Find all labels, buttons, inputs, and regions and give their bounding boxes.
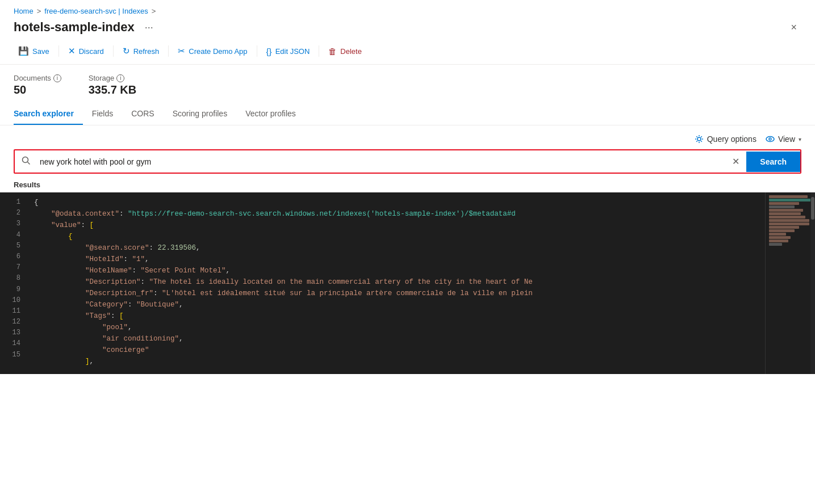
odata-context-link[interactable]: "https://free-demo-search-svc.search.win… xyxy=(128,210,516,218)
code-line-4: { xyxy=(27,231,765,242)
discard-icon: ✕ xyxy=(68,46,76,56)
search-icon xyxy=(22,156,31,165)
chevron-down-icon: ▾ xyxy=(799,136,801,142)
storage-label: Storage xyxy=(89,74,115,82)
code-line-3: "value": [ xyxy=(27,220,765,231)
line-num-4: 4 xyxy=(0,230,27,241)
view-label: View xyxy=(778,135,795,144)
refresh-button[interactable]: ↻ Refresh xyxy=(118,44,164,58)
discard-button[interactable]: ✕ Discard xyxy=(64,44,108,58)
line-num-1: 1 xyxy=(0,197,27,208)
documents-stat: Documents i 50 xyxy=(14,74,61,96)
delete-icon: 🗑 xyxy=(328,47,337,56)
search-bar: ✕ Search xyxy=(14,149,801,174)
search-clear-button[interactable]: ✕ xyxy=(725,152,746,171)
code-line-10: "Category": "Boutique", xyxy=(27,299,765,310)
view-icon xyxy=(766,135,775,144)
code-line-5: "@search.score": 22.319506, xyxy=(27,242,765,254)
toolbar-divider2 xyxy=(113,45,114,57)
tab-search-explorer[interactable]: Search explorer xyxy=(14,103,83,125)
search-section: Query options View ▾ ✕ Search xyxy=(0,125,815,174)
line-num-8: 8 xyxy=(0,273,27,284)
storage-stat: Storage i 335.7 KB xyxy=(89,74,137,96)
code-line-14: "concierge" xyxy=(27,345,765,356)
line-num-10: 10 xyxy=(0,295,27,306)
breadcrumb-service[interactable]: free-demo-search-svc | Indexes xyxy=(44,7,148,15)
close-button[interactable]: × xyxy=(786,20,801,35)
code-line-1: { xyxy=(27,197,765,208)
tab-fields[interactable]: Fields xyxy=(83,103,122,125)
toolbar-divider4 xyxy=(257,45,257,57)
code-line-12: "pool", xyxy=(27,322,765,333)
query-options-button[interactable]: Query options xyxy=(695,135,757,144)
minimap xyxy=(765,192,810,374)
search-button[interactable]: Search xyxy=(746,152,800,172)
code-line-7: "HotelName": "Secret Point Motel", xyxy=(27,265,765,276)
edit-json-button[interactable]: {} Edit JSON xyxy=(262,44,315,58)
tab-cors[interactable]: CORS xyxy=(122,103,163,125)
line-num-11: 11 xyxy=(0,306,27,317)
tabs: Search explorer Fields CORS Scoring prof… xyxy=(0,103,815,125)
tab-scoring-profiles[interactable]: Scoring profiles xyxy=(164,103,237,125)
page-title: hotels-sample-index xyxy=(14,20,135,35)
line-num-6: 6 xyxy=(0,251,27,262)
code-line-6: "HotelId": "1", xyxy=(27,254,765,265)
line-num-9: 9 xyxy=(0,284,27,295)
breadcrumb-sep2: > xyxy=(152,7,156,15)
breadcrumb-home[interactable]: Home xyxy=(14,7,34,15)
line-numbers: 1 2 3 4 5 6 7 8 9 10 11 12 13 14 15 xyxy=(0,192,27,374)
scrollbar[interactable] xyxy=(810,192,815,374)
breadcrumb-sep1: > xyxy=(37,7,41,15)
save-button[interactable]: 💾 Save xyxy=(14,44,54,58)
stats-row: Documents i 50 Storage i 335.7 KB xyxy=(0,65,815,101)
page-header: hotels-sample-index ··· × xyxy=(0,18,815,39)
results-area: 1 2 3 4 5 6 7 8 9 10 11 12 13 14 15 { "@… xyxy=(0,192,815,374)
line-num-14: 14 xyxy=(0,338,27,349)
tab-vector-profiles[interactable]: Vector profiles xyxy=(236,103,305,125)
line-num-15: 15 xyxy=(0,350,27,360)
demo-app-icon: ✂ xyxy=(178,46,185,56)
toolbar: 💾 Save ✕ Discard ↻ Refresh ✂ Create Demo… xyxy=(0,39,815,65)
code-line-8: "Description": "The hotel is ideally loc… xyxy=(27,276,765,288)
search-input[interactable] xyxy=(37,152,725,172)
scrollbar-thumb[interactable] xyxy=(811,197,814,220)
json-icon: {} xyxy=(266,47,272,56)
documents-label: Documents xyxy=(14,74,51,82)
svg-point-3 xyxy=(23,157,28,163)
breadcrumb: Home > free-demo-search-svc | Indexes > xyxy=(0,0,815,18)
code-line-11: "Tags": [ xyxy=(27,310,765,322)
query-options-label: Query options xyxy=(707,135,757,144)
toolbar-divider5 xyxy=(319,45,319,57)
storage-info-icon[interactable]: i xyxy=(116,74,124,82)
code-content[interactable]: { "@odata.context": "https://free-demo-s… xyxy=(27,192,765,374)
code-line-9: "Description_fr": "L'hôtel est idéalemen… xyxy=(27,288,765,299)
more-options-button[interactable]: ··· xyxy=(141,20,157,35)
search-options-row: Query options View ▾ xyxy=(14,135,801,144)
code-line-2: "@odata.context": "https://free-demo-sea… xyxy=(27,208,765,220)
line-num-2: 2 xyxy=(0,208,27,219)
svg-point-0 xyxy=(697,137,701,141)
code-line-13: "air conditioning", xyxy=(27,333,765,345)
documents-value: 50 xyxy=(14,83,61,96)
refresh-icon: ↻ xyxy=(123,46,130,56)
line-num-5: 5 xyxy=(0,241,27,251)
search-bar-icon xyxy=(15,150,37,173)
svg-point-1 xyxy=(766,137,774,142)
svg-point-2 xyxy=(769,138,771,140)
save-icon: 💾 xyxy=(18,46,29,56)
line-num-13: 13 xyxy=(0,327,27,338)
toolbar-divider xyxy=(58,45,59,57)
create-demo-app-button[interactable]: ✂ Create Demo App xyxy=(173,44,252,58)
toolbar-divider3 xyxy=(168,45,169,57)
line-num-7: 7 xyxy=(0,262,27,273)
line-num-12: 12 xyxy=(0,317,27,327)
gear-icon xyxy=(695,135,704,144)
delete-button[interactable]: 🗑 Delete xyxy=(324,44,366,58)
storage-value: 335.7 KB xyxy=(89,83,137,96)
documents-info-icon[interactable]: i xyxy=(53,74,61,82)
svg-line-4 xyxy=(28,162,30,165)
line-num-3: 3 xyxy=(0,219,27,229)
results-label: Results xyxy=(0,180,815,192)
code-line-15: ], xyxy=(27,356,765,367)
view-button[interactable]: View ▾ xyxy=(766,135,801,144)
